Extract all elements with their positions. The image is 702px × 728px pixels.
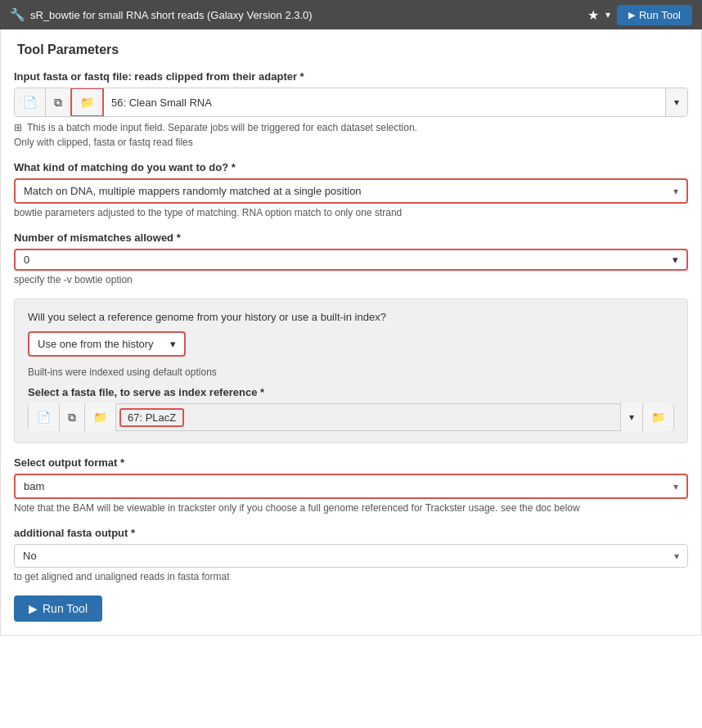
play-icon-bottom: ▶	[29, 602, 38, 615]
folder-right-icon: 📁	[651, 411, 665, 424]
input-fasta-label: Input fasta or fastq file: reads clipped…	[14, 70, 688, 83]
additional-fasta-select[interactable]: No ▾	[14, 544, 688, 568]
top-bar: 🔧 sR_bowtie for small RNA short reads (G…	[0, 0, 702, 29]
play-icon: ▶	[628, 10, 635, 20]
matching-section: What kind of matching do you want to do?…	[14, 161, 688, 218]
page-title: Tool Parameters	[14, 43, 688, 57]
additional-fasta-dropdown-icon: ▾	[674, 550, 679, 562]
additional-fasta-section: additional fasta output * No ▾ to get al…	[14, 527, 688, 582]
additional-fasta-hint: to get aligned and unaligned reads in fa…	[14, 571, 688, 582]
fasta-file-icon-btn[interactable]: 📄	[29, 403, 60, 431]
batch-notice: ⊞ This is a batch mode input field. Sepa…	[14, 122, 688, 133]
file-icon-2: 📄	[37, 411, 51, 424]
input-copy-icon-btn[interactable]: ⧉	[46, 88, 71, 116]
copy-icon-2: ⧉	[68, 411, 76, 425]
additional-fasta-label: additional fasta output *	[14, 527, 688, 539]
tool-title-area: 🔧 sR_bowtie for small RNA short reads (G…	[10, 7, 313, 22]
additional-fasta-value: No	[23, 550, 674, 562]
fasta-value: 67: PLacZ	[119, 408, 184, 427]
dropdown-arrow-icon[interactable]: ▾	[605, 9, 610, 20]
matching-value: Match on DNA, multiple mappers randomly …	[24, 185, 673, 197]
mismatches-dropdown-icon: ▾	[673, 254, 678, 266]
fasta-label: Select a fasta file, to serve as index r…	[28, 386, 674, 398]
matching-select[interactable]: Match on DNA, multiple mappers randomly …	[14, 178, 688, 204]
output-format-hint: Note that the BAM will be viewable in tr…	[14, 502, 688, 514]
matching-dropdown-icon: ▾	[673, 186, 678, 197]
folder-icon: 📁	[80, 96, 94, 109]
bottom-run-tool-button[interactable]: ▶ Run Tool	[14, 595, 102, 622]
folder-icon-2: 📁	[93, 411, 107, 424]
output-format-value: bam	[24, 480, 673, 492]
mismatches-label: Number of mismatches allowed *	[14, 231, 688, 244]
file-icon: 📄	[23, 96, 37, 109]
input-folder-icon-btn[interactable]: 📁	[70, 88, 104, 117]
top-bar-actions: ★ ▾ ▶ Run Tool	[587, 5, 692, 25]
history-dropdown-icon: ▾	[170, 338, 176, 350]
mismatches-section: Number of mismatches allowed * 0 ▾ speci…	[14, 231, 688, 285]
dropdown-arrow-icon: ▾	[674, 97, 679, 108]
mismatches-value: 0	[24, 254, 673, 266]
main-content: Tool Parameters Input fasta or fastq fil…	[0, 29, 702, 636]
input-fasta-hint: Only with clipped, fasta or fastq read f…	[14, 137, 688, 148]
genome-section-title: Will you select a reference genome from …	[28, 311, 674, 323]
input-fasta-dropdown[interactable]: ▾	[665, 88, 687, 116]
output-format-select[interactable]: bam ▾	[14, 474, 688, 499]
matching-label: What kind of matching do you want to do?…	[14, 161, 688, 173]
input-fasta-input-row: 📄 ⧉ 📁 56: Clean Small RNA ▾	[14, 88, 688, 117]
fasta-copy-icon-btn[interactable]: ⧉	[60, 403, 85, 431]
history-select-value: Use one from the history	[38, 338, 154, 350]
fasta-folder-right-btn[interactable]: 📁	[642, 403, 673, 431]
input-fasta-value: 56: Clean Small RNA	[103, 88, 665, 116]
fasta-folder-icon-btn[interactable]: 📁	[85, 403, 116, 431]
input-fasta-section: Input fasta or fastq file: reads clipped…	[14, 70, 688, 148]
copy-icon: ⧉	[54, 96, 62, 110]
wrench-icon: 🔧	[10, 7, 25, 22]
input-file-icon-btn[interactable]: 📄	[15, 88, 46, 116]
matching-hint: bowtie parameters adjusted to the type o…	[14, 207, 688, 218]
top-run-tool-button[interactable]: ▶ Run Tool	[617, 5, 692, 25]
fasta-dropdown-icon: ▾	[629, 411, 634, 423]
history-select[interactable]: Use one from the history ▾	[28, 331, 186, 357]
batch-icon: ⊞	[14, 122, 22, 133]
mismatches-hint: specify the -v bowtie option	[14, 274, 688, 285]
fasta-dropdown-btn[interactable]: ▾	[620, 403, 642, 431]
genome-section: Will you select a reference genome from …	[14, 299, 688, 443]
output-format-dropdown-icon: ▾	[673, 481, 678, 492]
genome-hint: Built-ins were indexed using default opt…	[28, 366, 674, 378]
output-format-section: Select output format * bam ▾ Note that t…	[14, 456, 688, 514]
star-icon[interactable]: ★	[587, 7, 599, 23]
mismatches-select[interactable]: 0 ▾	[14, 249, 688, 271]
tool-title: sR_bowtie for small RNA short reads (Gal…	[30, 9, 313, 21]
output-format-label: Select output format *	[14, 456, 688, 469]
